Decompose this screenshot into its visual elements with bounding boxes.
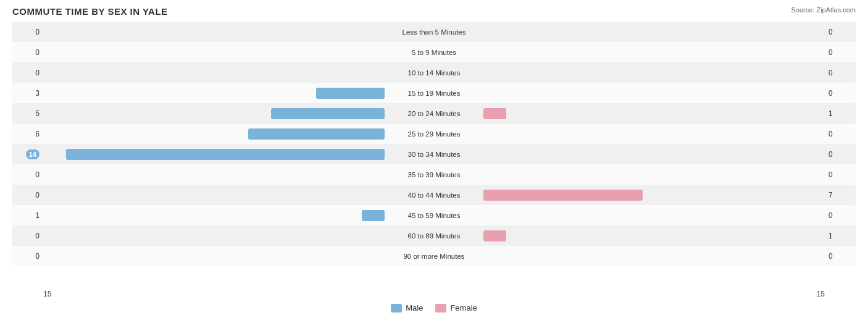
right-bar-container <box>483 46 825 59</box>
row-label: 30 to 34 Minutes <box>385 151 483 158</box>
source-text: Source: ZipAtlas.com <box>791 6 856 14</box>
row-label: 15 to 19 Minutes <box>385 90 483 97</box>
left-value: 0 <box>12 48 43 57</box>
row-label: 35 to 39 Minutes <box>385 171 483 178</box>
row-label: 25 to 29 Minutes <box>385 130 483 138</box>
left-bar-container <box>43 25 385 39</box>
chart-row: 14 30 to 34 Minutes 0 <box>12 144 856 164</box>
left-value: 0 <box>12 252 43 261</box>
row-label: Less than 5 Minutes <box>385 28 483 36</box>
legend-male-icon <box>391 304 402 313</box>
bar-male <box>362 210 385 221</box>
bars-area: Less than 5 Minutes <box>43 22 825 42</box>
left-bar-container <box>43 107 385 120</box>
bars-area: 30 to 34 Minutes <box>43 144 825 164</box>
left-bar-container <box>43 86 385 100</box>
right-bar-container <box>483 107 825 120</box>
row-label: 40 to 44 Minutes <box>385 191 483 199</box>
row-label: 20 to 24 Minutes <box>385 110 483 117</box>
left-bar-container <box>43 209 385 222</box>
left-bar-container <box>43 229 385 243</box>
bar-female <box>483 230 506 241</box>
bar-female <box>483 190 643 201</box>
right-bar-container <box>483 25 825 39</box>
left-bar-container <box>43 66 385 80</box>
left-bar-container <box>43 188 385 202</box>
bars-area: 40 to 44 Minutes <box>43 185 825 205</box>
row-label: 10 to 14 Minutes <box>385 69 483 77</box>
right-value: 0 <box>825 211 856 220</box>
right-bar-container <box>483 209 825 222</box>
axis-left-label: 15 <box>12 290 51 298</box>
chart-row: 5 20 to 24 Minutes 1 <box>12 103 856 124</box>
right-bar-container <box>483 127 825 141</box>
right-bar-container <box>483 188 825 202</box>
legend: Male Female <box>12 303 856 313</box>
bars-area: 35 to 39 Minutes <box>43 164 825 185</box>
right-value: 0 <box>825 69 856 77</box>
chart-row: 0 90 or more Minutes 0 <box>12 246 856 266</box>
right-value: 1 <box>825 232 856 240</box>
bar-male <box>316 88 385 99</box>
left-value: 0 <box>12 69 43 77</box>
left-value: 6 <box>12 130 43 138</box>
right-bar-container <box>483 148 825 161</box>
legend-male-label: Male <box>406 303 423 313</box>
bar-male <box>248 128 385 140</box>
legend-male: Male <box>391 303 423 313</box>
left-value: 5 <box>12 109 43 118</box>
chart-container: COMMUTE TIME BY SEX IN YALE Source: ZipA… <box>0 0 868 323</box>
left-value: 1 <box>12 211 43 220</box>
right-bar-container <box>483 250 825 263</box>
bottom-axis: 15 15 <box>12 288 856 300</box>
chart-row: 3 15 to 19 Minutes 0 <box>12 83 856 103</box>
left-bar-container <box>43 168 385 182</box>
left-value: 0 <box>12 28 43 36</box>
axis-right-label: 15 <box>817 290 856 298</box>
chart-row: 0 5 to 9 Minutes 0 <box>12 42 856 62</box>
chart-row: 0 40 to 44 Minutes 7 <box>12 185 856 205</box>
bars-area: 20 to 24 Minutes <box>43 103 825 124</box>
bars-area: 45 to 59 Minutes <box>43 205 825 225</box>
bar-male <box>66 149 385 160</box>
right-value: 0 <box>825 48 856 57</box>
left-bar-container <box>43 46 385 59</box>
chart-row: 0 35 to 39 Minutes 0 <box>12 164 856 185</box>
bars-area: 25 to 29 Minutes <box>43 124 825 144</box>
bars-area: 90 or more Minutes <box>43 246 825 266</box>
right-value: 1 <box>825 109 856 118</box>
chart-row: 0 10 to 14 Minutes 0 <box>12 62 856 83</box>
right-value: 0 <box>825 252 856 261</box>
row-label: 90 or more Minutes <box>385 253 483 260</box>
right-bar-container <box>483 229 825 243</box>
bar-female <box>483 108 506 119</box>
row-label: 5 to 9 Minutes <box>385 49 483 56</box>
legend-female-label: Female <box>450 303 477 313</box>
right-bar-container <box>483 66 825 80</box>
chart-row: 0 Less than 5 Minutes 0 <box>12 22 856 42</box>
right-value: 0 <box>825 150 856 159</box>
left-bar-container <box>43 148 385 161</box>
left-value: 0 <box>12 191 43 199</box>
bars-area: 15 to 19 Minutes <box>43 83 825 103</box>
left-value: 14 <box>12 150 43 159</box>
bars-area: 10 to 14 Minutes <box>43 62 825 83</box>
legend-female-icon <box>435 304 446 313</box>
right-bar-container <box>483 86 825 100</box>
chart-row: 0 60 to 89 Minutes 1 <box>12 225 856 246</box>
right-bar-container <box>483 168 825 182</box>
row-label: 60 to 89 Minutes <box>385 232 483 240</box>
bar-male <box>271 108 385 119</box>
left-bar-container <box>43 250 385 263</box>
right-value: 7 <box>825 191 856 199</box>
right-value: 0 <box>825 130 856 138</box>
chart-row: 6 25 to 29 Minutes 0 <box>12 124 856 144</box>
right-value: 0 <box>825 170 856 179</box>
left-value: 0 <box>12 232 43 240</box>
left-bar-container <box>43 127 385 141</box>
left-value: 0 <box>12 170 43 179</box>
right-value: 0 <box>825 89 856 98</box>
row-label: 45 to 59 Minutes <box>385 212 483 219</box>
chart-title: COMMUTE TIME BY SEX IN YALE <box>12 6 856 17</box>
chart-row: 1 45 to 59 Minutes 0 <box>12 205 856 225</box>
